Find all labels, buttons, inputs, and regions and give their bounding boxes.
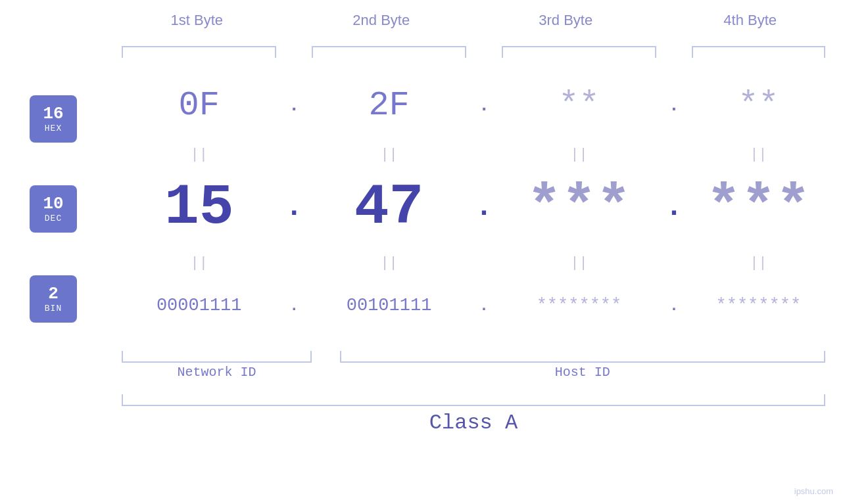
host-bracket [340,351,825,363]
dec-row: 15 . 47 . *** . *** [122,168,825,246]
hex-byte2: 2F [312,86,466,125]
header-row: 1st Byte 2nd Byte 3rd Byte 4th Byte [122,12,825,29]
dec-byte1: 15 [122,175,276,240]
dec-badge-label: DEC [45,214,62,223]
hex-byte1: 0F [122,86,276,125]
hex-byte4: ** [692,86,825,125]
top-bracket-2 [312,46,466,58]
top-bracket-3 [502,46,656,58]
bin-badge: 2 BIN [30,275,77,323]
network-bracket [122,351,312,363]
bin-dot3: . [656,297,692,315]
top-bracket-1 [122,46,276,58]
dec-dot1: . [276,191,312,223]
hex-badge-label: HEX [45,124,62,133]
hex-dot1: . [276,95,312,116]
bin-dot2: . [466,297,502,315]
dec-byte2: 47 [312,175,466,240]
class-bracket [122,394,825,406]
dec-badge: 10 DEC [30,185,77,233]
byte1-header: 1st Byte [122,12,272,29]
hex-badge-number: 16 [43,104,63,124]
host-id-label: Host ID [340,365,825,380]
top-bracket-4 [692,46,825,58]
hex-row: 0F . 2F . ** . ** [122,76,825,135]
hex-badge: 16 HEX [30,95,77,143]
dec-dot2: . [466,191,502,223]
hex-dot2: . [466,95,502,116]
bin-badge-number: 2 [48,285,59,304]
eq1-b1: || [122,147,276,163]
eq1-b4: || [692,147,825,163]
dec-dot3: . [656,191,692,223]
class-label: Class A [122,411,825,435]
eq2-b3: || [502,255,656,271]
equals-row-1: || || || || [122,138,825,171]
bin-byte2: 00101111 [312,296,466,315]
main-container: 16 HEX 10 DEC 2 BIN 1st Byte 2nd Byte 3r… [0,0,845,504]
byte2-header: 2nd Byte [306,12,456,29]
dec-byte3: *** [502,175,656,240]
badges-column: 16 HEX 10 DEC 2 BIN [30,95,77,365]
hex-dot3: . [656,95,692,116]
bin-row: 00001111 . 00101111 . ******** . *******… [122,279,825,332]
network-id-label: Network ID [122,365,312,380]
bin-badge-label: BIN [45,304,62,313]
bottom-brackets-row [122,348,825,363]
eq1-b2: || [312,147,466,163]
equals-row-2: || || || || [122,246,825,279]
bin-byte3: ******** [502,296,656,315]
dec-badge-number: 10 [43,195,63,214]
bin-dot1: . [276,297,312,315]
eq1-b3: || [502,147,656,163]
bin-byte1: 00001111 [122,296,276,315]
hex-byte3: ** [502,86,656,125]
top-brackets-row [122,46,825,58]
eq2-b2: || [312,255,466,271]
bin-byte4: ******** [692,296,825,315]
dec-byte4: *** [692,175,825,240]
eq2-b1: || [122,255,276,271]
byte4-header: 4th Byte [675,12,825,29]
byte3-header: 3rd Byte [491,12,641,29]
id-labels-row: Network ID Host ID [122,365,825,380]
watermark: ipshu.com [794,486,833,496]
eq2-b4: || [692,255,825,271]
